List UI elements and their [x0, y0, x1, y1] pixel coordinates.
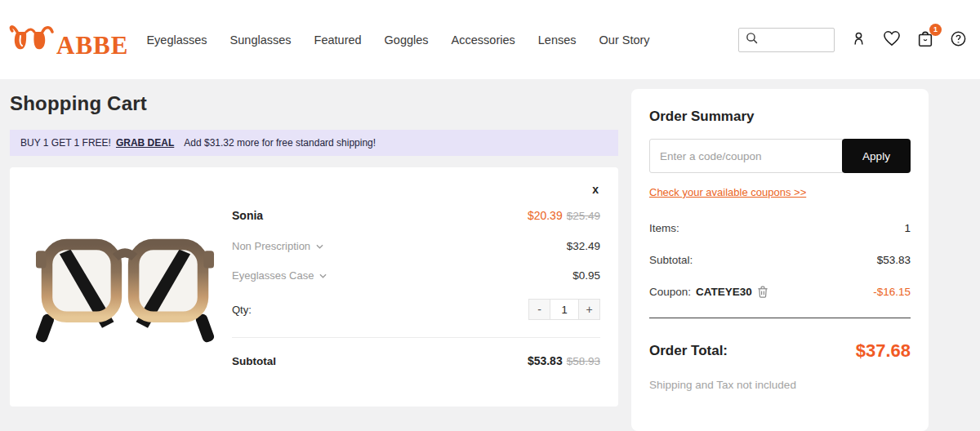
glasses-logo-icon: [8, 18, 54, 62]
promo-shipping-text: Add $31.32 more for free standard shippi…: [184, 137, 376, 149]
summary-rows: Items: 1 Subtotal: $53.83 Coupon: CATEYE…: [649, 222, 911, 298]
wishlist-button[interactable]: [883, 30, 901, 49]
item-details: Sonia $20.39$25.49 Non Prescription $32.…: [222, 198, 600, 368]
order-total-row: Order Total: $37.68: [649, 340, 911, 362]
remove-coupon-button[interactable]: [757, 286, 768, 298]
option-price: $0.95: [572, 269, 600, 282]
qty-decrease-button[interactable]: -: [528, 299, 550, 320]
product-name[interactable]: Sonia: [232, 209, 263, 222]
option-label: Eyeglasses Case: [232, 269, 314, 282]
coupon-label: Coupon:: [649, 286, 691, 298]
cart-count-badge: 1: [929, 24, 942, 36]
promo-deal-text: BUY 1 GET 1 FREE!: [20, 137, 111, 149]
qty-label: Qty:: [232, 304, 252, 316]
subtotal-price: $53.83: [528, 354, 563, 367]
apply-coupon-button[interactable]: Apply: [842, 139, 911, 173]
option-label: Non Prescription: [232, 240, 310, 252]
coupon-cell: Coupon: CATEYE30: [649, 286, 768, 298]
qty-increase-button[interactable]: +: [578, 299, 600, 320]
nav-item-featured[interactable]: Featured: [314, 33, 362, 47]
qty-value[interactable]: 1: [550, 299, 578, 320]
brand-name: ABBE: [56, 33, 128, 58]
promo-banner: BUY 1 GET 1 FREE! GRAB DEAL Add $31.32 m…: [10, 130, 618, 156]
items-row: Items: 1: [649, 222, 911, 234]
nav-item-eyeglasses[interactable]: Eyeglasses: [146, 33, 207, 47]
search-icon: [745, 31, 759, 48]
item-name-row: Sonia $20.39$25.49: [232, 208, 600, 223]
subtotal-original-price: $58.93: [567, 355, 600, 367]
shipping-tax-note: Shipping and Tax not included: [649, 379, 911, 391]
chevron-down-icon: [319, 273, 327, 278]
lens-option-select[interactable]: Non Prescription: [232, 240, 323, 252]
person-icon: [850, 30, 867, 50]
nav-item-lenses[interactable]: Lenses: [538, 33, 577, 47]
case-option-select[interactable]: Eyeglasses Case: [232, 269, 327, 282]
option-price: $32.49: [567, 240, 600, 252]
items-label: Items:: [649, 222, 679, 234]
product-image[interactable]: [28, 198, 222, 368]
subtotal-label: Subtotal: [232, 355, 276, 367]
cart-button[interactable]: 1: [916, 29, 934, 51]
item-divider: [232, 337, 600, 338]
item-prices: $20.39$25.49: [528, 208, 600, 223]
summary-divider: [649, 318, 911, 318]
subtotal-value: $53.83: [877, 254, 911, 266]
search-box[interactable]: [738, 28, 835, 52]
coupon-input[interactable]: [649, 139, 843, 173]
coupon-code: CATEYE30: [696, 286, 752, 298]
original-price: $25.49: [567, 210, 600, 222]
item-subtotal-row: Subtotal $53.83$58.93: [232, 353, 600, 368]
option-row-lens: Non Prescription $32.49: [232, 240, 600, 252]
coupon-row: Coupon: CATEYE30 -$16.15: [649, 286, 911, 298]
items-value: 1: [904, 222, 911, 234]
page-content: Shopping Cart BUY 1 GET 1 FREE! GRAB DEA…: [0, 79, 980, 431]
sale-price: $20.39: [528, 209, 563, 222]
coupon-entry-row: Apply: [649, 139, 911, 173]
coupon-discount-value: -$16.15: [873, 286, 911, 298]
option-row-case: Eyeglasses Case $0.95: [232, 269, 600, 282]
header-actions: 1: [738, 28, 967, 52]
order-total-value: $37.68: [856, 340, 911, 362]
cart-item-card: x: [10, 167, 618, 407]
subtotal-label: Subtotal:: [649, 254, 693, 266]
main-nav: Eyeglasses Sunglasses Featured Goggles A…: [146, 33, 649, 47]
remove-item-button[interactable]: x: [592, 184, 599, 195]
order-summary-card: Order Summary Apply Check your available…: [631, 89, 929, 431]
nav-item-our-story[interactable]: Our Story: [599, 33, 650, 47]
chevron-down-icon: [316, 244, 323, 249]
brand-logo[interactable]: ABBE: [8, 18, 128, 62]
trash-icon: [757, 286, 768, 298]
heart-icon: [883, 30, 901, 49]
subtotal-row: Subtotal: $53.83: [649, 254, 911, 266]
nav-item-goggles[interactable]: Goggles: [385, 33, 429, 47]
order-summary-title: Order Summary: [649, 109, 911, 125]
subtotal-prices: $53.83$58.93: [528, 353, 600, 368]
site-header: ABBE Eyeglasses Sunglasses Featured Gogg…: [0, 0, 980, 79]
question-circle-icon: [950, 30, 967, 50]
quantity-row: Qty: - 1 +: [232, 299, 600, 320]
available-coupons-link[interactable]: Check your available coupons >>: [649, 186, 806, 198]
cart-item-row: Sonia $20.39$25.49 Non Prescription $32.…: [28, 198, 600, 368]
quantity-stepper: - 1 +: [528, 299, 600, 320]
nav-item-accessories[interactable]: Accessories: [452, 33, 515, 47]
search-input[interactable]: [763, 33, 828, 46]
account-button[interactable]: [850, 30, 867, 50]
page-title: Shopping Cart: [10, 92, 618, 115]
help-button[interactable]: [950, 30, 967, 50]
order-total-label: Order Total:: [649, 343, 728, 359]
grab-deal-link[interactable]: GRAB DEAL: [116, 137, 174, 149]
nav-item-sunglasses[interactable]: Sunglasses: [230, 33, 292, 47]
cart-column: Shopping Cart BUY 1 GET 1 FREE! GRAB DEA…: [10, 89, 618, 407]
